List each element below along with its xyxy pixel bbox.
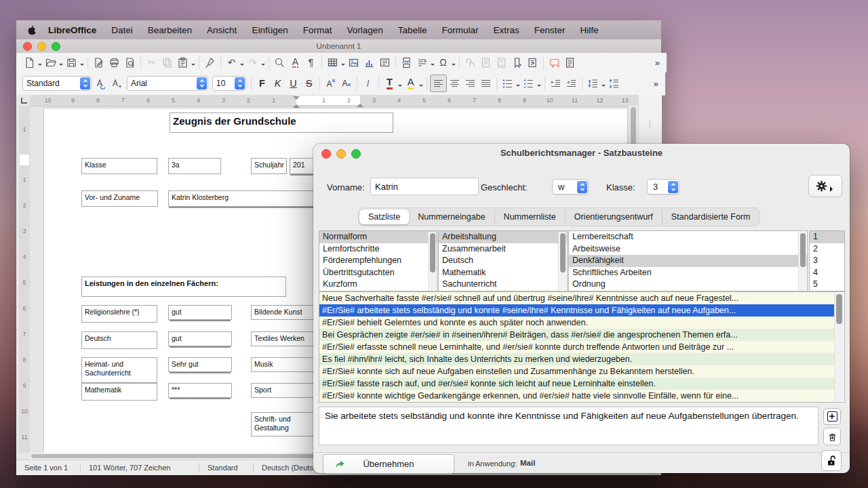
menu-item[interactable]: Einfügen	[252, 25, 288, 35]
increase-indent-button[interactable]	[548, 75, 564, 92]
menu-item[interactable]: Hilfe	[580, 25, 599, 35]
print-button[interactable]	[106, 54, 122, 70]
underline-button[interactable]: U	[285, 75, 301, 92]
lock-button[interactable]	[821, 450, 842, 471]
apple-menu-icon[interactable]	[27, 25, 36, 35]
list-scrollbar[interactable]	[428, 232, 436, 290]
special-character-button[interactable]: Ω	[435, 54, 451, 70]
list-item[interactable]: Denkfähigkeit	[569, 255, 807, 267]
chevron-down-icon[interactable]	[398, 85, 402, 89]
line-spacing-button[interactable]	[585, 75, 601, 92]
bullet-list-button[interactable]	[500, 75, 515, 92]
menu-item[interactable]: Extras	[494, 25, 519, 35]
highlight-color-button[interactable]: A	[403, 75, 418, 92]
sentence-scrollbar[interactable]	[834, 293, 844, 401]
list-item[interactable]: 4	[810, 267, 844, 279]
doc-schuljahr-label[interactable]: Schuljahr	[251, 158, 287, 174]
list-item[interactable]: Sachunterricht	[439, 279, 567, 291]
list-item[interactable]: Kurzform	[319, 279, 437, 291]
menu-item[interactable]: Ansicht	[207, 25, 237, 35]
list-item[interactable]: 3	[810, 255, 844, 267]
status-segment[interactable]: Standard	[199, 463, 254, 472]
doc-subject-label[interactable]: Textiles Werken	[251, 331, 316, 346]
track-changes-button[interactable]	[562, 54, 578, 70]
vorname-input[interactable]	[370, 178, 479, 195]
doc-subject-label[interactable]: Musik	[251, 357, 316, 372]
dialog-tab[interactable]: Nummernliste	[494, 209, 565, 224]
sidebar-handle-icon[interactable]: ⋮	[639, 119, 662, 129]
paragraph-style-combo[interactable]: Standard	[22, 76, 92, 91]
list-item[interactable]: Förderempfehlungen	[319, 255, 437, 267]
menu-item[interactable]: Vorlagen	[347, 25, 382, 35]
list-item[interactable]: 2	[810, 243, 844, 256]
chevron-down-icon[interactable]	[341, 64, 345, 68]
sentence-row[interactable]: #Er/Sie# konnte wichtige Gedankengänge e…	[319, 390, 835, 402]
font-name-combo[interactable]: Arial	[127, 76, 208, 91]
scrollbar-thumb[interactable]	[560, 233, 566, 272]
insert-comment-button[interactable]	[547, 54, 562, 70]
sentence-row[interactable]: Neue Sachverhalte fasste #er/sie# schnel…	[319, 292, 835, 304]
cut-icon[interactable]: ✂	[144, 54, 159, 70]
delete-sentence-button[interactable]	[823, 428, 841, 445]
tab-stop-selector[interactable]	[16, 95, 30, 106]
formatting-marks-button[interactable]: ¶	[303, 54, 319, 70]
redo-button[interactable]: ↷	[245, 54, 260, 70]
doc-subject-label[interactable]: Deutsch	[81, 331, 157, 349]
combo-stepper-icon[interactable]	[235, 77, 245, 89]
insert-text-frame-button[interactable]	[377, 54, 393, 70]
align-right-button[interactable]	[462, 75, 478, 92]
combo-stepper-icon[interactable]	[197, 77, 207, 89]
sentence-row[interactable]: Bei Gesprächen zeigte #er/sie# in #seine…	[319, 329, 835, 341]
sentence-row[interactable]: #Er/Sie# erfasste schnell neue Lerninhal…	[319, 341, 835, 353]
insert-table-button[interactable]	[325, 54, 340, 70]
toolbar-overflow-button[interactable]: »	[654, 79, 658, 89]
insert-chart-button[interactable]	[361, 54, 377, 70]
doc-klasse-value[interactable]: 3a	[168, 158, 221, 174]
align-left-button[interactable]	[430, 75, 447, 92]
font-color-button[interactable]: T	[382, 75, 397, 92]
dialog-tab[interactable]: Orientierungsentwurf	[565, 209, 662, 224]
list-scrollbar[interactable]	[558, 232, 566, 290]
sentence-row[interactable]: #Er/Sie# arbeitete stets selbständig und…	[319, 304, 835, 317]
chevron-down-icon[interactable]	[419, 85, 423, 89]
popup-stepper-icon[interactable]	[577, 181, 587, 193]
print-preview-button[interactable]	[122, 54, 138, 70]
doc-subject-label[interactable]: Religionslehre (*)	[81, 305, 157, 323]
insert-image-button[interactable]	[346, 54, 361, 70]
menu-item[interactable]: Format	[303, 25, 332, 35]
copy-button[interactable]	[159, 54, 175, 70]
paste-button[interactable]	[175, 54, 191, 70]
insert-field-button[interactable]	[414, 54, 430, 70]
doc-subject-label[interactable]: Schrift- und Gestaltung	[251, 412, 316, 436]
strikethrough-button[interactable]: S	[301, 75, 317, 92]
clone-formatting-button[interactable]	[202, 54, 218, 70]
sentence-row[interactable]: #Er/Sie# fasste rasch auf, und #er/sie# …	[319, 378, 835, 390]
menu-item[interactable]: Bearbeiten	[148, 25, 192, 35]
chevron-down-icon[interactable]	[261, 64, 265, 68]
status-segment[interactable]: 101 Wörter, 707 Zeichen	[81, 463, 199, 472]
subscript-button[interactable]: A	[338, 75, 354, 92]
chevron-down-icon[interactable]	[431, 64, 435, 68]
insert-cross-reference-button[interactable]	[525, 54, 540, 70]
list-item[interactable]: Schriftliches Arbeiten	[569, 267, 807, 279]
scrollbar-thumb[interactable]	[800, 233, 806, 267]
dialog-tab[interactable]: Standardisierte Form	[662, 209, 760, 224]
new-style-button[interactable]	[109, 75, 125, 92]
update-style-button[interactable]	[94, 75, 109, 92]
save-button[interactable]	[64, 54, 79, 70]
dialog-tab[interactable]: Nummerneingabe	[409, 209, 494, 224]
edit-mode-button[interactable]	[91, 54, 106, 70]
bold-button[interactable]: F	[254, 75, 270, 92]
undo-button[interactable]: ↶	[224, 54, 239, 70]
horizontal-ruler[interactable]: 10987654321 12345678910111213	[30, 95, 637, 106]
menu-item[interactable]: Fenster	[534, 25, 566, 35]
paragraph-spacing-button[interactable]	[606, 75, 622, 92]
list-scrollbar[interactable]	[798, 232, 806, 290]
font-size-combo[interactable]: 10	[212, 76, 246, 91]
chevron-down-icon[interactable]	[191, 64, 195, 68]
menu-app-name[interactable]: LibreOffice	[48, 25, 96, 35]
list-item[interactable]: Normalform	[319, 231, 437, 243]
doc-grade-field[interactable]: Sehr gut	[168, 357, 232, 372]
list-item[interactable]: Lernfortschritte	[319, 243, 437, 256]
chevron-down-icon[interactable]	[516, 85, 520, 89]
